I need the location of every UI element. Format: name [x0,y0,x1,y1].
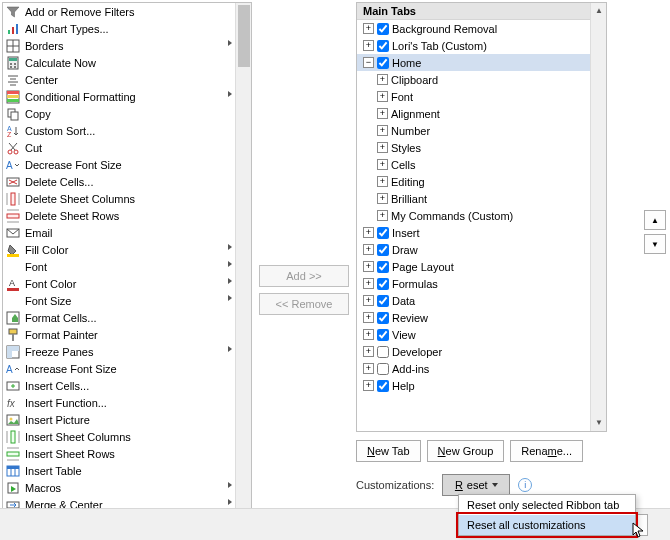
tree-checkbox[interactable] [377,40,389,52]
tree-checkbox[interactable] [377,295,389,307]
command-item[interactable]: Fill Color [3,241,236,258]
command-item[interactable]: Freeze Panes [3,343,236,360]
new-group-button[interactable]: New Group [427,440,505,462]
add-button[interactable]: Add >> [259,265,349,287]
tree-row[interactable]: +Page Layout [357,258,606,275]
command-item[interactable]: fxInsert Function... [3,394,236,411]
command-item[interactable]: Conditional Formatting [3,88,236,105]
command-item[interactable]: AZCustom Sort... [3,122,236,139]
expand-icon[interactable]: + [377,125,388,136]
command-item[interactable]: Borders [3,37,236,54]
tree-checkbox[interactable] [377,329,389,341]
tree-checkbox[interactable] [377,312,389,324]
tree-row[interactable]: +Font [357,88,606,105]
rename-button[interactable]: Rename... [510,440,583,462]
expand-icon[interactable]: + [363,261,374,272]
scrollbar-thumb[interactable] [238,5,250,67]
new-tab-button[interactable]: New Tab [356,440,421,462]
command-item[interactable]: Format Painter [3,326,236,343]
expand-icon[interactable]: + [363,380,374,391]
command-item[interactable]: Cut [3,139,236,156]
command-item[interactable]: Insert Sheet Rows [3,445,236,462]
tree-row[interactable]: +Lori's Tab (Custom) [357,37,606,54]
command-item[interactable]: Font [3,258,236,275]
tree-row[interactable]: +Help [357,377,606,394]
scroll-down-icon[interactable]: ▼ [591,415,607,431]
tree-checkbox[interactable] [377,57,389,69]
expand-icon[interactable]: + [363,227,374,238]
tree-row[interactable]: +Draw [357,241,606,258]
command-item[interactable]: Macros [3,479,236,496]
command-item[interactable]: Insert Cells... [3,377,236,394]
expand-icon[interactable]: + [377,108,388,119]
tree-row[interactable]: +Developer [357,343,606,360]
expand-icon[interactable]: + [377,91,388,102]
tree-row[interactable]: +Brilliant [357,190,606,207]
expand-icon[interactable]: + [377,142,388,153]
tree-checkbox[interactable] [377,380,389,392]
tree-row[interactable]: +Editing [357,173,606,190]
info-icon[interactable]: i [518,478,532,492]
command-item[interactable]: AFont Color [3,275,236,292]
tree-checkbox[interactable] [377,23,389,35]
command-item[interactable]: Delete Sheet Rows [3,207,236,224]
expand-icon[interactable]: + [363,244,374,255]
ribbon-tree[interactable]: Main Tabs +Background Removal+Lori's Tab… [356,2,607,432]
expand-icon[interactable]: + [363,23,374,34]
command-item[interactable]: Delete Cells... [3,173,236,190]
move-up-button[interactable]: ▲ [644,210,666,230]
tree-checkbox[interactable] [377,244,389,256]
expand-icon[interactable]: + [363,346,374,357]
expand-icon[interactable]: + [377,74,388,85]
command-item[interactable]: Add or Remove Filters [3,3,236,20]
remove-button[interactable]: << Remove [259,293,349,315]
command-item[interactable]: Insert Picture [3,411,236,428]
left-scrollbar[interactable] [235,3,251,520]
tree-row[interactable]: +Formulas [357,275,606,292]
command-item[interactable]: Calculate Now [3,54,236,71]
commands-listbox[interactable]: Add or Remove FiltersAll Chart Types...B… [2,2,252,521]
tree-row[interactable]: +My Commands (Custom) [357,207,606,224]
tree-checkbox[interactable] [377,261,389,273]
tree-row[interactable]: +Background Removal [357,20,606,37]
expand-icon[interactable]: + [377,176,388,187]
tree-row[interactable]: −Home [357,54,606,71]
command-item[interactable]: Font Size [3,292,236,309]
scroll-up-icon[interactable]: ▲ [591,3,607,19]
expand-icon[interactable]: + [363,329,374,340]
reset-selected-tab-item[interactable]: Reset only selected Ribbon tab [459,495,635,515]
tree-row[interactable]: +Insert [357,224,606,241]
expand-icon[interactable]: + [363,312,374,323]
tree-row[interactable]: +View [357,326,606,343]
tree-row[interactable]: +Alignment [357,105,606,122]
tree-row[interactable]: +Clipboard [357,71,606,88]
command-item[interactable]: ADecrease Font Size [3,156,236,173]
collapse-icon[interactable]: − [363,57,374,68]
command-item[interactable]: All Chart Types... [3,20,236,37]
expand-icon[interactable]: + [363,295,374,306]
tree-checkbox[interactable] [377,346,389,358]
expand-icon[interactable]: + [377,210,388,221]
reset-all-customizations-item[interactable]: Reset all customizations [459,515,635,535]
tree-checkbox[interactable] [377,363,389,375]
expand-icon[interactable]: + [377,193,388,204]
reset-dropdown-button[interactable]: Reset [442,474,510,496]
tree-row[interactable]: +Number [357,122,606,139]
tree-row[interactable]: +Data [357,292,606,309]
tree-row[interactable]: +Styles [357,139,606,156]
command-item[interactable]: AIncrease Font Size [3,360,236,377]
command-item[interactable]: Copy [3,105,236,122]
tree-row[interactable]: +Add-ins [357,360,606,377]
command-item[interactable]: Format Cells... [3,309,236,326]
command-item[interactable]: Center [3,71,236,88]
move-down-button[interactable]: ▼ [644,234,666,254]
tree-checkbox[interactable] [377,227,389,239]
command-item[interactable]: Insert Table [3,462,236,479]
tree-row[interactable]: +Review [357,309,606,326]
expand-icon[interactable]: + [377,159,388,170]
right-scrollbar[interactable]: ▲ ▼ [590,3,606,431]
expand-icon[interactable]: + [363,278,374,289]
command-item[interactable]: Insert Sheet Columns [3,428,236,445]
command-item[interactable]: Delete Sheet Columns [3,190,236,207]
tree-checkbox[interactable] [377,278,389,290]
